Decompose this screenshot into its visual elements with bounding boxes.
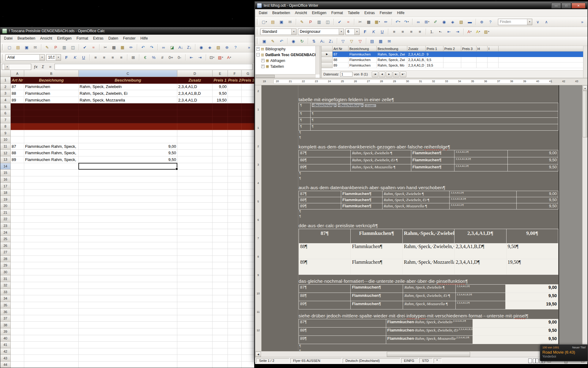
cell-E17[interactable] [213,183,228,190]
cell-G7[interactable] [242,117,254,123]
cell-D31[interactable] [177,275,213,282]
auto-spellcheck-icon[interactable]: ≈ [344,18,352,25]
draw-functions-icon[interactable]: ✐ [432,18,439,25]
cell-E3[interactable]: 9,50 [213,90,228,97]
dropdown-arrow-icon[interactable] [354,29,359,35]
cell-F38[interactable] [228,322,242,328]
menu-datei[interactable]: Datei [2,35,15,41]
background-color-icon[interactable]: ▧▾ [217,54,224,61]
cell-A29[interactable] [11,262,24,269]
undo-icon[interactable]: ↶▾ [394,18,402,25]
tree-node-abfragen[interactable]: +▦Abfragen [255,58,320,63]
cell-C3[interactable]: Rahm, Speck, Zwiebeln, Ei [79,90,177,97]
cell-E14[interactable] [213,163,228,170]
cell-B1[interactable]: Bezeichnung [24,77,79,84]
formula-icon[interactable]: = [47,64,53,70]
cell-E20[interactable] [213,203,228,209]
doc-table-cell[interactable]: Flammkuchen¶ [351,285,403,293]
menu-format[interactable]: Format [329,10,345,16]
row-header-8[interactable]: 8 [0,123,11,130]
cell-D41[interactable] [177,342,213,348]
cell-G23[interactable] [242,223,254,229]
underline-icon[interactable]: U [80,54,88,61]
cell-C5[interactable] [79,103,177,110]
cell-F5[interactable] [228,103,242,110]
doc-table-cell[interactable]: Rahm,·Speck,·Zwiebeln·¶ [403,285,455,293]
toolbar-options-icon[interactable]: » [578,18,586,25]
doc-table-cell[interactable]: 9,00 [473,319,558,327]
tree-vertical-scrollbar[interactable] [315,46,320,75]
cell-C13[interactable]: 9,50 [79,156,177,163]
cell-C20[interactable] [79,203,177,209]
vertical-ruler[interactable]: 21123456789101112 [255,85,262,351]
doc-table-cell[interactable]: 89¶ [299,336,386,344]
doc-table-cell[interactable]: 19,50 [506,301,558,309]
cell-A11[interactable]: 87 [11,143,24,150]
cell-D27[interactable] [177,249,213,256]
cell-F1[interactable]: Preis 2 [228,77,242,84]
ds-column-header-preis-2[interactable]: Preis 2 [443,46,461,52]
cell-E31[interactable] [213,275,228,282]
doc-table-cell[interactable]: 9,00 [508,150,558,157]
cell-E32[interactable] [213,282,228,289]
cell-G33[interactable] [242,289,254,296]
ds-cell[interactable] [477,63,488,68]
cell-E21[interactable] [213,209,228,216]
grid-corner-box[interactable] [0,70,11,77]
row-header-30[interactable]: 30 [0,269,11,276]
cell-B28[interactable] [24,256,79,263]
cell-C9[interactable] [79,130,177,137]
dropdown-arrow-icon[interactable]: ▾ [479,30,480,33]
ds-column-header-art-nr[interactable]: Art Nr [333,46,349,52]
doc-table-cell[interactable]: 9,50 [508,157,558,164]
cell-G34[interactable] [242,295,254,302]
scroll-left-icon[interactable]: ◀ [255,352,261,357]
align-center-icon[interactable]: ≡ [399,28,407,35]
dropdown-arrow-icon[interactable] [56,55,61,60]
cell-C28[interactable] [79,256,177,263]
cell-C12[interactable]: 9,50 [79,150,177,156]
menu-hilfe[interactable]: Hilfe [138,35,150,41]
status-modified-flag[interactable]: * [434,358,442,363]
doc-table-cell[interactable]: 88¶ [299,293,351,301]
ds-cell[interactable] [488,52,499,57]
cell-F8[interactable] [228,123,242,130]
cell-C6[interactable] [79,110,177,117]
cell-D34[interactable] [177,295,213,302]
cell-G20[interactable] [242,203,254,209]
ds-column-header-zusatz[interactable]: Zusatz [407,46,426,52]
cell-C22[interactable] [79,216,177,223]
copy-icon[interactable]: ▩ [110,44,118,51]
cell-E24[interactable] [213,229,228,236]
cell-F29[interactable] [228,262,242,269]
cell-E41[interactable] [213,342,228,348]
align-center-icon[interactable]: ≡ [100,54,108,61]
doc-table-cell[interactable]: 87¶ [299,319,386,327]
cell-B32[interactable] [24,282,79,289]
cell-A8[interactable] [11,123,24,130]
doc-table-cell[interactable]: 2,3,4,A1,D¶ [454,164,508,171]
cell-F26[interactable] [228,242,242,249]
previous-record-icon[interactable]: ◀ [379,71,385,77]
menu-bearbeiten[interactable]: Bearbeiten [270,10,292,16]
cell-G17[interactable] [242,183,254,190]
cell-F18[interactable] [228,190,242,196]
dropdown-arrow-icon[interactable] [40,55,44,60]
doc-heading-paragraph[interactable]: tabelle·mit·eingefügten·feldern·in·einer… [299,97,558,102]
cell-B5[interactable] [24,103,79,110]
cell-D2[interactable]: 2,3,4,A1,D [177,84,213,90]
cell-A14[interactable] [11,163,24,170]
row-header-27[interactable]: 27 [0,249,11,256]
cell-F43[interactable] [228,355,242,362]
row-header-21[interactable]: 21 [0,209,11,216]
cell-B38[interactable] [24,322,79,328]
chart-icon[interactable]: ◪ [168,44,176,51]
doc-table-cell[interactable]: Rahm,·Speck,·Mozzarella·¶ [403,301,455,309]
italic-icon[interactable]: K [370,28,378,35]
cell-A2[interactable]: 87 [11,84,24,90]
cell-G36[interactable] [242,309,254,315]
cell-E19[interactable] [213,196,228,203]
doc-table-cell[interactable]: 9,50 [508,164,558,171]
doc-table-cell[interactable]: 89¶ [299,301,351,309]
export-pdf-icon[interactable]: P [52,44,60,51]
